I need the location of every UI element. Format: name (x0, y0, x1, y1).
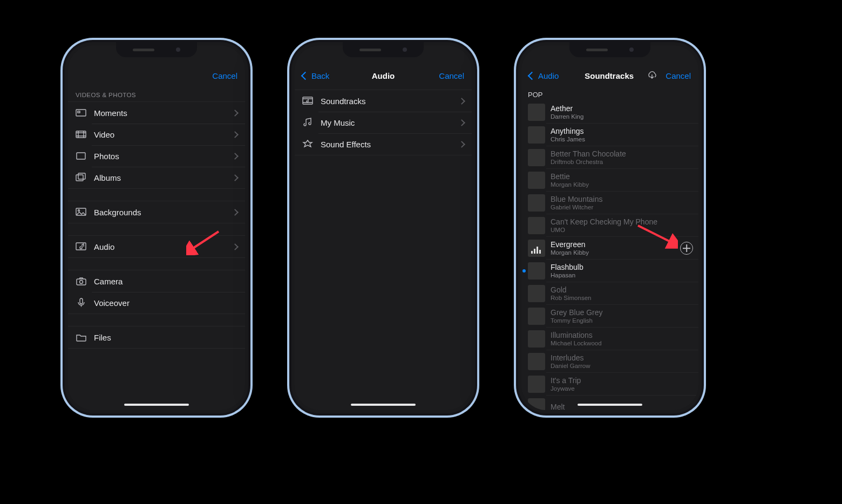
track-name: Interludes (551, 353, 693, 363)
chevron-left-icon (301, 71, 310, 80)
screen-audio-menu: Back Audio Cancel SoundtracksMy MusicSou… (295, 45, 472, 410)
track-row[interactable]: AnythingsChris James (521, 124, 698, 146)
files-icon (76, 332, 87, 342)
track-row[interactable]: Can't Keep Checking My PhoneUMO (521, 214, 698, 237)
chevron-right-icon (232, 209, 239, 216)
moments-icon (76, 108, 87, 118)
track-row[interactable]: GoldRob Simonsen (521, 282, 698, 305)
screen-soundtracks: Audio Soundtracks Cancel POP AetherDarre… (521, 45, 698, 410)
row-label: Files (94, 333, 237, 342)
album-art (528, 330, 545, 348)
track-row[interactable]: BettieMorgan Kibby (521, 169, 698, 192)
album-art (528, 194, 545, 212)
row-label: Soundtracks (321, 97, 459, 106)
track-row[interactable]: InterludesDaniel Garrow (521, 350, 698, 373)
cancel-button[interactable]: Cancel (666, 71, 691, 80)
track-artist: Morgan Kibby (551, 181, 693, 189)
track-name: Blue Mountains (551, 195, 693, 204)
row-label: Albums (94, 173, 233, 182)
svg-rect-9 (78, 173, 85, 179)
album-art (528, 104, 545, 121)
track-artist: Rob Simonsen (551, 295, 693, 302)
back-label: Back (311, 71, 329, 80)
row-label: Audio (94, 242, 233, 251)
track-row[interactable]: Better Than ChocolateDriftmob Orchestra (521, 146, 698, 169)
chevron-right-icon (458, 119, 465, 126)
back-button[interactable]: Audio (529, 71, 572, 80)
home-indicator[interactable] (578, 404, 642, 406)
album-art (528, 217, 545, 234)
section-header-videos-photos: VIDEOS & PHOTOS (68, 87, 245, 101)
track-artist: Chris James (551, 136, 693, 144)
add-track-button[interactable] (680, 242, 693, 255)
row-label: Video (94, 130, 233, 139)
row-backgrounds[interactable]: Backgrounds (68, 201, 245, 223)
album-art (528, 376, 545, 393)
back-button[interactable]: Back (302, 71, 345, 80)
photos-icon (76, 151, 87, 161)
track-artist: Morgan Kibby (551, 249, 677, 257)
download-cloud-icon[interactable] (646, 71, 658, 80)
album-art (528, 353, 545, 370)
track-name: Aether (551, 104, 693, 113)
track-row[interactable]: IlluminationsMichael Lockwood (521, 328, 698, 350)
row-label: Camera (94, 277, 237, 286)
chevron-right-icon (232, 153, 239, 160)
chevron-right-icon (458, 141, 465, 148)
svg-rect-2 (76, 131, 86, 138)
voiceover-icon (76, 298, 87, 308)
row-label: Voiceover (94, 298, 237, 308)
row-label: Sound Effects (321, 140, 459, 149)
row-mymusic[interactable]: My Music (295, 112, 472, 133)
back-label: Audio (538, 71, 559, 80)
track-row[interactable]: Melt (521, 396, 698, 410)
svg-point-11 (78, 210, 80, 212)
svg-point-14 (80, 281, 83, 284)
chevron-right-icon (232, 131, 239, 138)
track-row[interactable]: FlashbulbHapasan (521, 260, 698, 282)
track-row[interactable]: Blue MountainsGabriel Witcher (521, 192, 698, 214)
track-artist: Tommy English (551, 317, 693, 325)
track-name: Evergreen (551, 240, 677, 249)
track-row[interactable]: AetherDarren King (521, 101, 698, 124)
track-name: Bettie (551, 172, 693, 181)
track-name: Grey Blue Grey (551, 308, 693, 317)
row-photos[interactable]: Photos (68, 145, 245, 167)
track-name: Can't Keep Checking My Phone (551, 217, 693, 227)
row-video[interactable]: Video (68, 124, 245, 145)
phone-notch (343, 42, 424, 57)
track-name: Anythings (551, 127, 693, 136)
nav-bar: Cancel (68, 64, 245, 87)
row-soundtracks[interactable]: Soundtracks (295, 90, 472, 112)
row-label: Photos (94, 152, 233, 161)
track-row[interactable]: Grey Blue GreyTommy English (521, 305, 698, 328)
row-files[interactable]: Files (68, 326, 245, 348)
home-indicator[interactable] (124, 404, 189, 406)
track-artist: Daniel Garrow (551, 363, 693, 370)
row-moments[interactable]: Moments (68, 102, 245, 124)
album-art (528, 262, 545, 280)
chevron-right-icon (232, 174, 239, 181)
phone-frame-1: Cancel VIDEOS & PHOTOS MomentsVideoPhoto… (65, 42, 248, 413)
row-voiceover[interactable]: Voiceover (68, 292, 245, 314)
track-row[interactable]: EvergreenMorgan Kibby (521, 237, 698, 260)
svg-rect-13 (77, 279, 86, 285)
row-albums[interactable]: Albums (68, 167, 245, 188)
album-art (528, 308, 545, 325)
track-row[interactable]: It's a TripJoywave (521, 373, 698, 396)
cancel-button[interactable]: Cancel (439, 71, 464, 80)
row-audio[interactable]: Audio (68, 236, 245, 257)
chevron-right-icon (232, 110, 239, 117)
row-camera[interactable]: Camera (68, 270, 245, 292)
nav-bar: Audio Soundtracks Cancel (521, 64, 698, 87)
unread-dot-icon (522, 269, 526, 273)
home-indicator[interactable] (351, 404, 416, 406)
soundtracks-icon (302, 96, 314, 106)
album-art (528, 126, 545, 144)
track-name: Gold (551, 285, 693, 295)
cancel-button[interactable]: Cancel (212, 71, 237, 80)
track-artist: Joywave (551, 385, 693, 393)
album-art (528, 149, 545, 166)
track-artist: Gabriel Witcher (551, 204, 693, 212)
row-soundeffects[interactable]: Sound Effects (295, 133, 472, 155)
